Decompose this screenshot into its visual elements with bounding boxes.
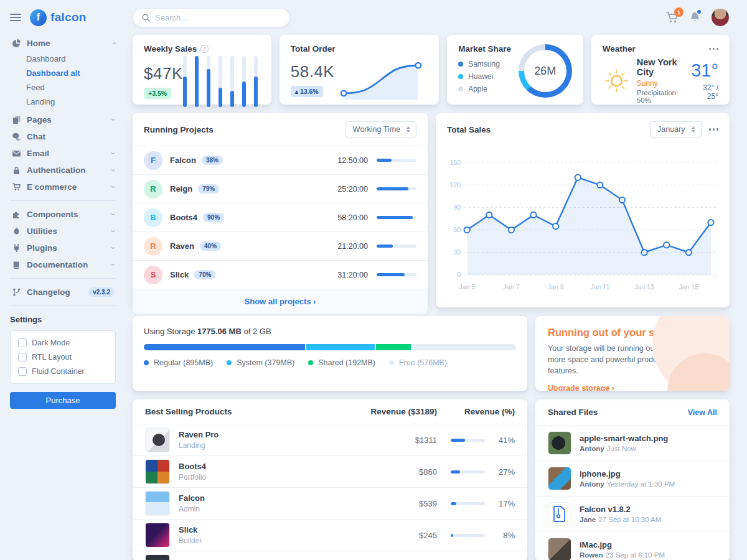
- sidebar-subitem-feed[interactable]: Feed: [26, 80, 116, 95]
- file-time: Yesterday at 1:30 PM: [607, 480, 675, 488]
- falcon-logo[interactable]: f falcon: [30, 9, 87, 26]
- chevron-down-icon: ›: [108, 213, 118, 215]
- chat-icon: [11, 133, 21, 141]
- product-revenue: $1311: [359, 436, 437, 445]
- shared-files-card: Shared Files View All apple-smart-watch.…: [535, 399, 730, 560]
- product-row-raven-pro[interactable]: Raven ProLanding$131141%: [133, 424, 527, 455]
- project-time: 58:20:00: [337, 213, 368, 222]
- product-category: Portfolio: [179, 473, 359, 482]
- product-thumbnail: [145, 427, 170, 452]
- product-name: Falcon: [179, 493, 359, 503]
- product-revenue: $539: [359, 499, 437, 508]
- user-avatar[interactable]: [711, 8, 730, 27]
- data-point[interactable]: [575, 175, 581, 180]
- product-percent: 8%: [485, 531, 515, 540]
- checkbox-rtl-layout[interactable]: RTL Layout: [18, 353, 108, 362]
- help-icon[interactable]: ?: [200, 45, 209, 53]
- chart-pie-icon: [11, 39, 21, 47]
- project-row-reign[interactable]: RReign79%25:20:00: [133, 174, 428, 203]
- view-all-link[interactable]: View All: [688, 408, 717, 417]
- file-author: Jane: [580, 516, 596, 523]
- data-point[interactable]: [509, 227, 514, 233]
- checkbox-fluid-container[interactable]: Fluid Container: [18, 367, 108, 376]
- project-row-boots4[interactable]: BBoots490%58:20:00: [133, 203, 428, 231]
- search-box[interactable]: [133, 8, 290, 27]
- total-sales-card: Total Sales January 0306090120150Jan 5Ja…: [436, 113, 730, 307]
- product-row[interactable]: [133, 551, 527, 560]
- sidebar-subitem-dashboard-alt[interactable]: Dashboard alt: [26, 66, 116, 80]
- data-point[interactable]: [530, 212, 536, 218]
- file-row-falcon-v1-8-2[interactable]: Falcon v1.8.2Jane27 Sep at 10:30 AM: [535, 496, 730, 531]
- project-avatar: R: [144, 237, 162, 256]
- project-avatar: R: [144, 180, 162, 198]
- upgrade-storage-link[interactable]: Upgrade storage ›: [548, 384, 614, 391]
- product-row-boots4[interactable]: Boots4Portfolio$86027%: [133, 455, 527, 487]
- weather-title: Weather: [603, 44, 636, 54]
- month-select[interactable]: January: [650, 121, 701, 138]
- product-row-falcon[interactable]: FalconAdmin$53917%: [133, 487, 527, 519]
- sidebar-item-chat[interactable]: Chat: [10, 128, 116, 145]
- file-row-imac-jpg[interactable]: iMac.jpgRowen23 Sep at 6:10 PM: [535, 531, 730, 560]
- sidebar-item-label: Utilities: [27, 226, 106, 236]
- sidebar-item-home[interactable]: Home›: [10, 35, 116, 52]
- data-point[interactable]: [664, 242, 669, 248]
- product-thumbnail: [145, 491, 170, 516]
- hamburger-menu-icon[interactable]: [10, 14, 21, 21]
- file-row-iphone-jpg[interactable]: iphone.jpgAntonyYesterday at 1:30 PM: [535, 460, 730, 496]
- sidebar-item-utilities[interactable]: Utilities›: [10, 223, 116, 240]
- main-content: Weekly Sales ? $47K +3.5% Total Order 58…: [133, 35, 730, 560]
- sidebar-item-pages[interactable]: Pages›: [10, 111, 116, 128]
- project-row-raven[interactable]: RRaven40%21:20:00: [133, 231, 428, 260]
- data-point[interactable]: [597, 182, 603, 188]
- checkbox-label: Dark Mode: [32, 338, 70, 347]
- project-row-falcon[interactable]: FFalcon38%12:50:00: [133, 146, 428, 174]
- data-point[interactable]: [619, 197, 625, 203]
- cart-button[interactable]: 1: [666, 11, 679, 24]
- sidebar-item-email[interactable]: Email›: [10, 145, 116, 162]
- sidebar-item-authentication[interactable]: Authentication›: [10, 162, 116, 179]
- search-input[interactable]: [155, 13, 281, 22]
- total-order-value: 58.4K: [291, 62, 334, 82]
- total-sales-menu-ellipsis-icon[interactable]: [709, 128, 719, 131]
- product-percent: 27%: [485, 467, 515, 477]
- show-all-projects-link[interactable]: Show all projects ›: [245, 297, 316, 306]
- data-point[interactable]: [708, 220, 713, 225]
- project-row-slick[interactable]: SSlick70%31:20:00: [133, 260, 428, 289]
- product-row-slick[interactable]: SlickBuilder$2458%: [133, 519, 527, 551]
- product-progress-bar: [451, 502, 485, 505]
- data-point[interactable]: [641, 250, 647, 255]
- svg-text:Jan 7: Jan 7: [504, 283, 520, 291]
- file-author: Rowen: [580, 551, 603, 559]
- legend-label: Shared (192MB): [318, 358, 375, 367]
- file-time: 27 Sep at 10:30 AM: [598, 516, 661, 523]
- weekly-sales-chart: [183, 56, 258, 107]
- settings-heading: Settings: [10, 315, 116, 324]
- legend-label: System (379MB): [237, 358, 294, 367]
- purchase-button[interactable]: Purchase: [10, 392, 116, 409]
- sidebar-item-e-commerce[interactable]: E commerce›: [10, 179, 116, 195]
- project-progress-bar: [377, 159, 416, 162]
- sidebar-item-changelog[interactable]: Changelogv2.3.2: [10, 284, 116, 301]
- storage-legend-item: Regular (895MB): [144, 358, 213, 367]
- notifications-button[interactable]: [689, 11, 701, 24]
- copy-icon: [11, 116, 21, 124]
- sidebar-subitem-landing[interactable]: Landing: [26, 95, 116, 109]
- sidebar-item-components[interactable]: Components›: [10, 206, 116, 223]
- sidebar-item-documentation[interactable]: Documentation›: [10, 256, 116, 273]
- sidebar-item-plugins[interactable]: Plugins›: [10, 240, 116, 256]
- data-point[interactable]: [553, 223, 558, 229]
- bar: [207, 56, 210, 107]
- data-point[interactable]: [486, 212, 492, 218]
- data-point[interactable]: [464, 227, 470, 233]
- sidebar-item-label: Chat: [27, 132, 115, 141]
- data-point[interactable]: [686, 250, 692, 255]
- file-row-apple-smart-watch-png[interactable]: apple-smart-watch.pngAntonyJust Now: [535, 425, 730, 460]
- sidebar-subitem-dashboard[interactable]: Dashboard: [26, 52, 116, 66]
- project-name: Raven: [170, 241, 194, 251]
- weather-menu-ellipsis-icon[interactable]: [709, 48, 719, 50]
- project-progress-bar: [377, 245, 416, 248]
- checkbox-dark-mode[interactable]: Dark Mode: [18, 338, 108, 347]
- working-time-select[interactable]: Working Time: [345, 121, 416, 138]
- project-name: Boots4: [170, 213, 197, 222]
- weather-range: 32° / 25°: [691, 83, 718, 101]
